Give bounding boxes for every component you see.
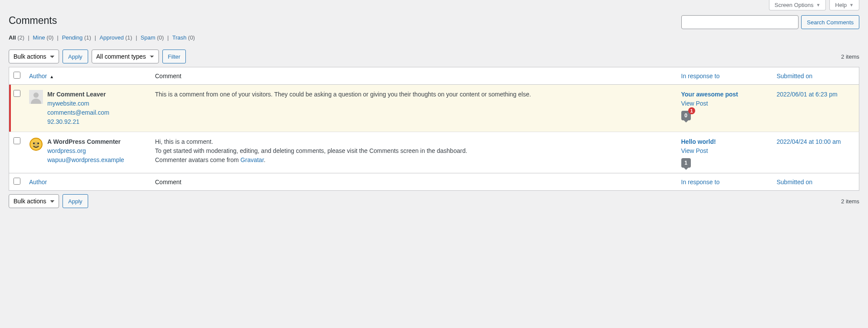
item-count-bottom: 2 items	[841, 198, 859, 205]
status-filter-links: All (2) | Mine (0) | Pending (1) | Appro…	[9, 34, 859, 41]
item-count-top: 2 items	[841, 53, 859, 60]
filter-pending-count: (1)	[84, 34, 91, 41]
view-post-link[interactable]: View Post	[681, 147, 708, 154]
search-comments-input[interactable]	[681, 15, 799, 29]
filter-trash[interactable]: Trash	[172, 34, 187, 41]
column-author-sort[interactable]: Author ▲	[29, 73, 54, 80]
filter-approved[interactable]: Approved	[99, 34, 124, 41]
row-checkbox[interactable]	[13, 90, 20, 97]
comments-table: Author ▲ Comment In response to Submitte…	[9, 67, 859, 191]
help-label: Help	[835, 2, 847, 8]
filter-all[interactable]: All	[9, 34, 16, 41]
search-comments-button[interactable]: Search Comments	[801, 15, 859, 29]
column-comment: Comment	[155, 73, 182, 80]
comment-row: Mr Comment Leaver mywebsite.com comments…	[9, 85, 859, 132]
svg-point-6	[33, 142, 39, 147]
screen-options-label: Screen Options	[775, 2, 814, 8]
filter-spam-count: (0)	[157, 34, 164, 41]
author-site-link[interactable]: wordpress.org	[47, 147, 86, 154]
comment-content: Hi, this is a comment. To get started wi…	[151, 132, 677, 173]
avatar	[29, 137, 43, 151]
gravatar-link[interactable]: Gravatar	[241, 156, 264, 163]
response-post-link[interactable]: Your awesome post	[681, 91, 738, 98]
column-comment-foot: Comment	[155, 179, 182, 186]
column-date-sort-foot[interactable]: Submitted on	[777, 179, 813, 186]
author-email-link[interactable]: comments@email.com	[47, 109, 109, 116]
row-checkbox[interactable]	[13, 137, 20, 144]
bulk-actions-select-bottom[interactable]: Bulk actions	[9, 194, 59, 208]
filter-all-count: (2)	[17, 34, 24, 41]
filter-approved-count: (1)	[125, 34, 132, 41]
avatar	[29, 90, 43, 104]
filter-pending[interactable]: Pending	[62, 34, 83, 41]
bulk-apply-button-top[interactable]: Apply	[63, 50, 88, 63]
author-name: A WordPress Commenter	[47, 137, 124, 146]
filter-trash-count: (0)	[188, 34, 195, 41]
pending-badge: 1	[688, 107, 695, 114]
chevron-down-icon: ▼	[849, 3, 854, 7]
screen-options-tab[interactable]: Screen Options ▼	[769, 0, 826, 10]
help-tab[interactable]: Help ▼	[829, 0, 859, 10]
comment-type-select[interactable]: All comment types	[92, 50, 159, 63]
filter-mine-count: (0)	[46, 34, 53, 41]
date-link[interactable]: 2022/06/01 at 6:23 pm	[777, 91, 838, 98]
svg-point-1	[33, 93, 39, 98]
view-post-link[interactable]: View Post	[681, 100, 708, 107]
date-link[interactable]: 2022/04/24 at 10:00 am	[777, 138, 841, 145]
comment-count-bubble[interactable]: 1	[681, 158, 691, 168]
bulk-apply-button-bottom[interactable]: Apply	[63, 194, 88, 208]
comment-row: A WordPress Commenter wordpress.org wapu…	[9, 132, 859, 173]
sort-asc-icon: ▲	[50, 74, 54, 79]
column-response-sort-foot[interactable]: In response to	[681, 179, 720, 186]
chevron-down-icon: ▼	[816, 3, 820, 7]
author-email-link[interactable]: wapuu@wordpress.example	[47, 156, 124, 163]
filter-mine[interactable]: Mine	[33, 34, 45, 41]
column-date-sort[interactable]: Submitted on	[777, 73, 813, 80]
column-author-sort-foot[interactable]: Author	[29, 179, 47, 186]
select-all-top[interactable]	[13, 72, 20, 79]
bulk-actions-select-top[interactable]: Bulk actions	[9, 50, 59, 63]
author-ip-link[interactable]: 92.30.92.21	[47, 118, 79, 125]
column-response-sort[interactable]: In response to	[681, 73, 720, 80]
author-name: Mr Comment Leaver	[47, 90, 109, 99]
comment-count-bubble[interactable]: 0 1	[681, 111, 691, 120]
filter-spam[interactable]: Spam	[141, 34, 155, 41]
select-all-bottom[interactable]	[13, 178, 20, 185]
filter-button[interactable]: Filter	[162, 50, 186, 63]
author-site-link[interactable]: mywebsite.com	[47, 100, 89, 107]
response-post-link[interactable]: Hello world!	[681, 138, 716, 145]
comment-content: This is a comment from one of your visit…	[151, 85, 677, 132]
